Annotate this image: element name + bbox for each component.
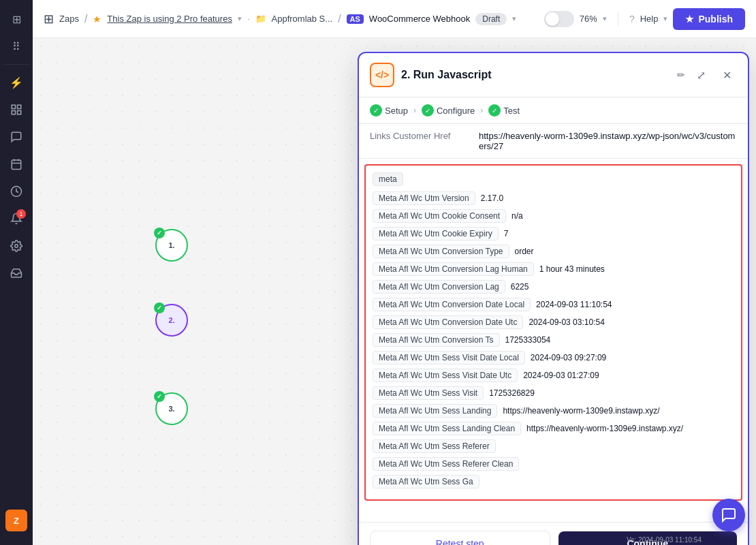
- topbar-zap-label[interactable]: Zaps: [59, 14, 79, 24]
- meta-value: https://heavenly-worm-1309e9.instawp.xyz…: [524, 424, 686, 433]
- meta-row: Meta Afl Wc Utm Sess Landinghttps://heav…: [373, 404, 734, 418]
- topbar-workspace[interactable]: Appfromlab S...: [272, 14, 333, 24]
- test-check-icon: ✓: [488, 104, 501, 116]
- meta-key: Meta Afl Wc Utm Sess Visit Date Local: [373, 351, 525, 364]
- meta-section: meta Meta Afl Wc Utm Version2.17.0Meta A…: [364, 164, 742, 501]
- topbar-home-icon[interactable]: ⊞: [44, 12, 54, 27]
- svg-rect-3: [18, 111, 21, 114]
- step-node-3[interactable]: ✓ 3.: [155, 392, 188, 425]
- meta-value: 6225: [508, 282, 532, 292]
- close-button[interactable]: ✕: [716, 65, 737, 85]
- avatar[interactable]: Z: [5, 510, 27, 531]
- meta-value: 1725326829: [486, 388, 537, 398]
- meta-key: Meta Afl Wc Utm Version: [373, 191, 475, 205]
- step1-check-icon: ✓: [154, 228, 165, 238]
- chat-bubble[interactable]: [712, 499, 745, 531]
- meta-key: Meta Afl Wc Utm Cookie Expiry: [373, 227, 499, 240]
- meta-key: Meta Afl Wc Utm Conversion Lag: [373, 280, 505, 294]
- publish-button[interactable]: ★ Publish: [673, 8, 745, 30]
- chat-icon[interactable]: [4, 125, 29, 149]
- meta-row: Meta Afl Wc Utm Conversion Date Local202…: [373, 298, 734, 311]
- topbar-initials-badge: AS: [347, 14, 364, 24]
- topbar-chevron-icon[interactable]: ▾: [238, 14, 242, 23]
- meta-row: Meta Afl Wc Utm Conversion Lag6225: [373, 280, 734, 294]
- step-node-1[interactable]: ✓ 1.: [155, 229, 188, 262]
- settings-icon[interactable]: [4, 234, 29, 258]
- topbar-folder-icon: 📁: [255, 14, 266, 24]
- setup-check-icon: ✓: [370, 104, 382, 116]
- meta-row: Meta Afl Wc Utm Conversion Typeorder: [373, 245, 734, 258]
- main-area: ⊞ Zaps / ★ This Zap is using 2 Pro featu…: [33, 0, 756, 545]
- svg-rect-0: [12, 105, 15, 108]
- meta-row: Meta Afl Wc Utm Cookie Consentn/a: [373, 209, 734, 223]
- canvas: ✓ 1. ✓ 2. ✓ 3. </> 2. Run Javascript ✏ ⤢…: [33, 38, 756, 545]
- topbar-sep3: /: [338, 13, 341, 25]
- run-javascript-panel: </> 2. Run Javascript ✏ ⤢ ✕ ✓ Setup › ✓: [358, 52, 749, 545]
- meta-value: 1 hour 43 minutes: [537, 264, 608, 274]
- topbar-sep4: [618, 12, 618, 26]
- home-icon[interactable]: ⊞: [4, 7, 29, 31]
- meta-key: Meta Afl Wc Utm Sess Landing Clean: [373, 422, 521, 435]
- edit-title-icon[interactable]: ✏: [677, 69, 685, 80]
- meta-tag: meta: [373, 172, 734, 191]
- meta-key: Meta Afl Wc Utm Sess Ga: [373, 475, 479, 488]
- retest-button[interactable]: Retest step: [370, 531, 550, 545]
- panel-js-icon: </>: [370, 63, 394, 87]
- panel-content[interactable]: Links Customer Href https://heavenly-wor…: [359, 124, 748, 522]
- help-chevron-icon[interactable]: ▾: [663, 14, 667, 23]
- topbar-status-draft: Draft: [475, 13, 507, 25]
- topbar-pro-features[interactable]: This Zap is using 2 Pro features: [107, 14, 232, 24]
- meta-value: 2024-09-03 01:27:09: [520, 371, 601, 380]
- tab-test[interactable]: ✓ Test: [488, 104, 520, 116]
- meta-value: 2024-09-03 11:10:54: [533, 300, 614, 309]
- grid-icon[interactable]: ⠿: [4, 34, 29, 59]
- calendar-icon[interactable]: [4, 152, 29, 176]
- enable-toggle[interactable]: [544, 11, 574, 27]
- svg-rect-2: [12, 111, 15, 114]
- meta-key: Meta Afl Wc Utm Conversion Ts: [373, 333, 500, 347]
- meta-row: Meta Afl Wc Utm Version2.17.0: [373, 191, 734, 205]
- links-customer-row: Links Customer Href https://heavenly-wor…: [359, 124, 748, 159]
- timestamp: Vs: 2024-09-03 11:10:54: [627, 536, 702, 544]
- tab-setup[interactable]: ✓ Setup: [370, 104, 408, 116]
- topbar-star-icon: ★: [93, 14, 101, 25]
- meta-value: 2024-09-03 09:27:09: [528, 353, 609, 362]
- meta-key: Meta Afl Wc Utm Conversion Date Utc: [373, 315, 523, 329]
- tab-configure[interactable]: ✓ Configure: [422, 104, 475, 116]
- step1-label: 1.: [168, 241, 174, 249]
- svg-rect-1: [18, 105, 21, 108]
- meta-key: Meta Afl Wc Utm Cookie Consent: [373, 209, 506, 223]
- meta-row: Meta Afl Wc Utm Conversion Ts1725333054: [373, 333, 734, 347]
- meta-row: Meta Afl Wc Utm Sess Referer: [373, 439, 734, 453]
- meta-value: order: [512, 247, 537, 256]
- layers-icon[interactable]: [4, 261, 29, 285]
- bell-icon[interactable]: 1: [4, 206, 29, 231]
- expand-button[interactable]: ⤢: [691, 65, 711, 85]
- zoom-level[interactable]: 76%: [580, 14, 597, 24]
- topbar-chevron-zap-icon[interactable]: ▾: [512, 14, 516, 23]
- step2-check-icon: ✓: [154, 302, 165, 313]
- links-customer-label: Links Customer Href: [370, 131, 479, 141]
- svg-point-9: [15, 245, 18, 248]
- notification-badge: 1: [16, 209, 26, 219]
- clock-icon[interactable]: [4, 179, 29, 204]
- panel-title: 2. Run Javascript: [401, 69, 670, 81]
- meta-value: 7: [501, 229, 511, 238]
- topbar-zapname[interactable]: WooCommerce Webhook: [369, 14, 470, 24]
- zap-nav-icon[interactable]: ⚡: [4, 70, 29, 95]
- panel-header-actions: ✏ ⤢ ✕: [677, 65, 737, 85]
- tab-arrow-2: ›: [480, 106, 483, 115]
- meta-value: 2024-09-03 03:10:54: [526, 317, 607, 327]
- panel-tabs: ✓ Setup › ✓ Configure › ✓ Test: [359, 97, 748, 124]
- apps-icon[interactable]: [4, 97, 29, 122]
- zoom-chevron-icon[interactable]: ▾: [603, 14, 607, 23]
- sidebar: ⊞ ⠿ ⚡ 1 Z: [0, 0, 33, 545]
- svg-rect-4: [12, 160, 21, 170]
- step-node-2[interactable]: ✓ 2.: [155, 304, 188, 337]
- meta-key: Meta Afl Wc Utm Sess Visit Date Utc: [373, 369, 518, 382]
- topbar-sep1: /: [84, 13, 87, 25]
- meta-value: https://heavenly-worm-1309e9.instawp.xyz…: [500, 406, 662, 416]
- meta-key: Meta Afl Wc Utm Conversion Lag Human: [373, 262, 534, 276]
- step3-check-icon: ✓: [154, 391, 165, 402]
- topbar-help[interactable]: Help: [640, 14, 659, 24]
